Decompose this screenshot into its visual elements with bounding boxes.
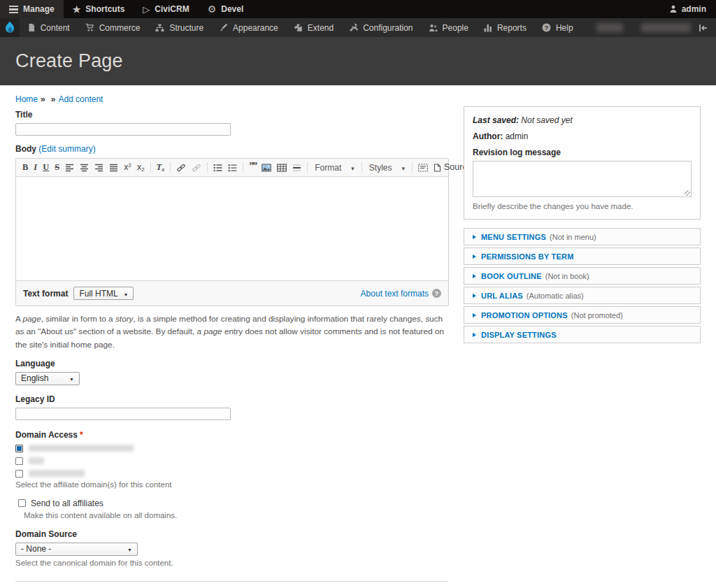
file-icon <box>27 23 36 32</box>
align-right-button[interactable] <box>92 162 106 174</box>
domain-access-label: Domain Access* <box>15 430 449 440</box>
table-button[interactable] <box>274 162 289 174</box>
about-text-formats-link[interactable]: About text formats <box>361 289 429 299</box>
bold-button[interactable]: B <box>20 162 31 174</box>
show-blocks-button[interactable] <box>415 162 431 174</box>
language-label: Language <box>15 359 449 368</box>
chevron-down-icon <box>341 163 355 173</box>
legacy-id-input[interactable] <box>15 408 231 420</box>
page-type-description: A page, similar in form to a story, is a… <box>15 313 449 351</box>
title-input[interactable] <box>15 123 231 136</box>
domain-access-help: Select the affiliate domain(s) for this … <box>15 480 449 489</box>
domain-source-label: Domain Source <box>15 529 449 539</box>
toolbar-tab-civicrm[interactable]: CiviCRM <box>134 0 198 18</box>
link-button[interactable] <box>173 162 189 174</box>
breadcrumb-separator: » <box>41 94 45 104</box>
menu-item-reports[interactable]: Reports <box>476 18 534 37</box>
menu-item-content[interactable]: Content <box>20 18 78 37</box>
unlink-icon <box>192 164 201 172</box>
toolbar-tab-devel[interactable]: Devel <box>199 0 253 18</box>
domain-checkbox-2[interactable] <box>15 457 23 465</box>
justify-icon <box>109 164 118 172</box>
remove-format-button[interactable]: Tx <box>154 162 168 174</box>
toolbar-tab-shortcuts[interactable]: Shortcuts <box>64 0 134 18</box>
image-button[interactable] <box>259 162 274 174</box>
bulleted-list-button[interactable] <box>210 162 225 174</box>
domain-checkbox-1[interactable] <box>15 445 23 452</box>
horizontal-rule-button[interactable] <box>289 162 304 174</box>
node-meta-sidebar: Last saved: Not saved yet Author: admin … <box>464 106 701 343</box>
user-menu[interactable]: admin <box>659 0 716 18</box>
question-icon: ? <box>542 23 551 32</box>
language-select[interactable]: English <box>15 372 80 385</box>
unlink-button[interactable] <box>189 162 204 174</box>
align-left-icon <box>65 164 74 172</box>
align-center-button[interactable] <box>77 162 92 174</box>
menu-item-configuration[interactable]: Configuration <box>341 18 420 37</box>
toolbar-separator <box>170 162 171 173</box>
menu-item-people[interactable]: People <box>421 18 476 37</box>
send-all-affiliates-row: Send to all affiliates <box>18 499 449 508</box>
breadcrumb-home-link[interactable]: Home <box>15 94 38 104</box>
blockquote-button[interactable]: ”” <box>246 162 259 174</box>
puzzle-icon <box>294 23 303 32</box>
link-icon <box>176 164 186 172</box>
redacted-domain-label <box>29 457 44 464</box>
edit-summary-link[interactable]: (Edit summary) <box>38 144 95 154</box>
section-promotion-options[interactable]: PROMOTION OPTIONS (Not promoted) <box>464 306 701 324</box>
numbered-list-icon <box>228 164 237 172</box>
author-line: Author: admin <box>473 131 692 141</box>
menu-item-help[interactable]: ? Help <box>534 18 581 37</box>
domain-source-select[interactable]: - None - <box>15 543 138 556</box>
resize-handle-icon[interactable] <box>685 190 690 196</box>
toolbar-collapse-button[interactable] <box>691 24 716 32</box>
body-editing-area[interactable] <box>16 177 448 280</box>
menu-item-appearance[interactable]: Appearance <box>211 18 286 37</box>
menu-item-structure[interactable]: Structure <box>148 18 211 37</box>
section-book-outline[interactable]: BOOK OUTLINE (Not in book) <box>464 267 701 285</box>
breadcrumb-add-content-link[interactable]: Add content <box>58 94 103 104</box>
table-icon <box>277 164 287 172</box>
collapse-left-icon <box>699 24 708 32</box>
domain-checkbox-row <box>15 470 449 478</box>
subscript-button[interactable]: x2 <box>134 162 148 174</box>
styles-dropdown[interactable]: Styles <box>365 163 409 173</box>
italic-button[interactable]: I <box>31 162 40 174</box>
menu-item-commerce[interactable]: Commerce <box>78 18 148 37</box>
align-left-button[interactable] <box>62 162 77 174</box>
revision-log-textarea[interactable] <box>473 162 691 196</box>
cart-icon <box>85 23 94 32</box>
help-icon[interactable]: ? <box>432 289 441 298</box>
domain-checkbox-row <box>15 445 449 452</box>
send-all-affiliates-checkbox[interactable] <box>18 499 26 507</box>
text-format-select[interactable]: Full HTML <box>73 287 134 300</box>
format-dropdown[interactable]: Format <box>310 163 359 173</box>
underline-button[interactable]: U <box>40 162 52 174</box>
admin-toolbar: Manage Shortcuts CiviCRM Devel admin <box>0 0 716 18</box>
superscript-button[interactable]: x2 <box>121 162 134 174</box>
section-menu-settings[interactable]: MENU SETTINGS (Not in menu) <box>464 228 701 245</box>
section-url-alias[interactable]: URL ALIAS (Automatic alias) <box>464 287 701 304</box>
title-label: Title <box>15 110 449 120</box>
toolbar-tab-manage[interactable]: Manage <box>0 0 64 18</box>
sitemap-icon <box>155 24 164 32</box>
body-label: Body (Edit summary) <box>15 144 449 154</box>
align-center-icon <box>80 164 89 172</box>
revision-log-help: Briefly describe the changes you have ma… <box>473 202 692 210</box>
justify-button[interactable] <box>106 162 121 174</box>
domain-checkbox-3[interactable] <box>15 470 23 478</box>
text-format-label: Text format <box>23 289 68 299</box>
home-button[interactable] <box>0 18 20 37</box>
menu-item-redacted-1[interactable] <box>596 23 623 32</box>
create-page-screen: Manage Shortcuts CiviCRM Devel admin <box>0 0 716 588</box>
show-blocks-icon <box>418 164 428 172</box>
section-display-settings[interactable]: DISPLAY SETTINGS <box>464 326 701 343</box>
source-icon <box>434 164 441 172</box>
expand-triangle-icon <box>473 235 476 239</box>
menu-item-redacted-2[interactable] <box>641 23 691 32</box>
strikethrough-button[interactable]: S <box>52 162 62 174</box>
menu-item-extend[interactable]: Extend <box>286 18 341 37</box>
redacted-domain-label <box>29 470 85 477</box>
numbered-list-button[interactable] <box>225 162 240 174</box>
section-permissions-by-term[interactable]: PERMISSIONS BY TERM <box>464 248 701 265</box>
